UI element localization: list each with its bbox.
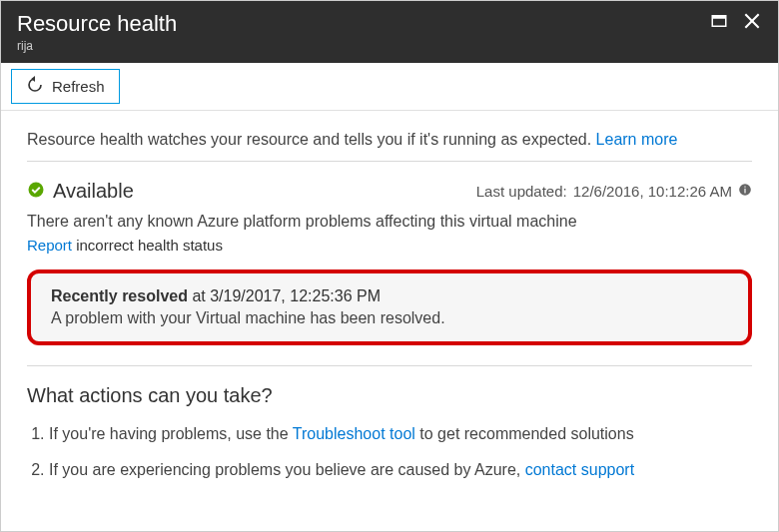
- resolved-description: A problem with your Virtual machine has …: [51, 309, 728, 327]
- last-updated-value: 12/6/2016, 10:12:26 AM: [573, 183, 732, 200]
- action-text-pre: If you are experiencing problems you bel…: [49, 461, 525, 478]
- resolved-at: at 3/19/2017, 12:25:36 PM: [188, 287, 381, 304]
- svg-marker-4: [31, 76, 35, 82]
- toolbar: Refresh: [1, 63, 778, 111]
- close-icon[interactable]: [742, 11, 762, 35]
- learn-more-link[interactable]: Learn more: [596, 131, 678, 148]
- action-text-post: to get recommended solutions: [415, 425, 634, 442]
- content-area: Resource health watches your resource an…: [1, 111, 778, 531]
- refresh-button[interactable]: Refresh: [11, 69, 120, 104]
- svg-rect-1: [712, 16, 726, 19]
- page-subtitle: rija: [17, 39, 177, 53]
- status-label: Available: [53, 180, 134, 203]
- status-indicator: Available: [27, 180, 134, 203]
- check-circle-icon: [27, 181, 45, 203]
- svg-point-5: [29, 182, 44, 197]
- action-item: If you are experiencing problems you bel…: [49, 459, 752, 481]
- info-icon[interactable]: [738, 183, 752, 200]
- refresh-label: Refresh: [52, 78, 105, 95]
- actions-list: If you're having problems, use the Troub…: [27, 423, 752, 482]
- last-updated: Last updated: 12/6/2016, 10:12:26 AM: [476, 183, 752, 200]
- resolved-title: Recently resolved at 3/19/2017, 12:25:36…: [51, 287, 728, 305]
- header-actions: [710, 11, 762, 35]
- refresh-icon: [26, 76, 44, 97]
- status-row: Available Last updated: 12/6/2016, 10:12…: [27, 180, 752, 203]
- intro-text-row: Resource health watches your resource an…: [27, 131, 752, 149]
- divider: [27, 161, 752, 162]
- actions-heading: What actions can you take?: [27, 384, 752, 407]
- recently-resolved-box: Recently resolved at 3/19/2017, 12:25:36…: [27, 269, 752, 345]
- last-updated-prefix: Last updated:: [476, 183, 567, 200]
- svg-rect-7: [744, 189, 745, 194]
- report-link[interactable]: Report: [27, 237, 72, 254]
- status-detail: There aren't any known Azure platform pr…: [27, 213, 752, 231]
- resolved-prefix: Recently resolved: [51, 287, 188, 304]
- maximize-icon[interactable]: [710, 12, 728, 34]
- contact-support-link[interactable]: contact support: [525, 461, 634, 478]
- action-text-pre: If you're having problems, use the: [49, 425, 293, 442]
- troubleshoot-tool-link[interactable]: Troubleshoot tool: [293, 425, 415, 442]
- intro-text: Resource health watches your resource an…: [27, 131, 596, 148]
- svg-rect-8: [744, 187, 745, 188]
- report-suffix: incorrect health status: [72, 237, 223, 254]
- resource-health-blade: Resource health rija Refresh Resource he…: [0, 0, 779, 532]
- action-item: If you're having problems, use the Troub…: [49, 423, 752, 445]
- blade-header: Resource health rija: [1, 1, 778, 63]
- header-title-block: Resource health rija: [17, 11, 177, 53]
- divider: [27, 365, 752, 366]
- page-title: Resource health: [17, 11, 177, 37]
- report-line: Report incorrect health status: [27, 237, 752, 254]
